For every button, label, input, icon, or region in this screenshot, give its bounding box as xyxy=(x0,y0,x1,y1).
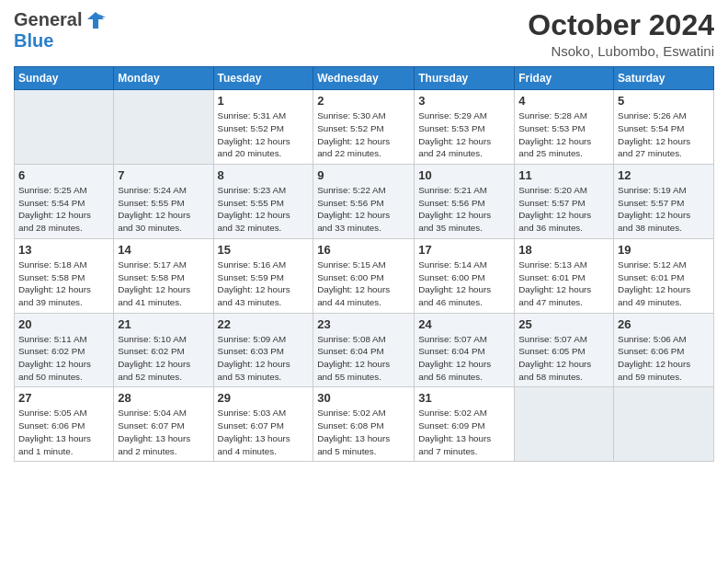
day-number: 31 xyxy=(418,391,510,405)
day-info: Sunrise: 5:18 AM Sunset: 5:58 PM Dayligh… xyxy=(18,259,109,309)
calendar-cell: 18Sunrise: 5:13 AM Sunset: 6:01 PM Dayli… xyxy=(515,238,614,313)
day-info: Sunrise: 5:31 AM Sunset: 5:52 PM Dayligh… xyxy=(218,109,310,160)
day-info: Sunrise: 5:15 AM Sunset: 6:00 PM Dayligh… xyxy=(317,259,410,309)
calendar-cell: 12Sunrise: 5:19 AM Sunset: 5:57 PM Dayli… xyxy=(614,165,714,239)
day-info: Sunrise: 5:06 AM Sunset: 6:06 PM Dayligh… xyxy=(618,333,710,384)
day-number: 22 xyxy=(218,317,310,331)
calendar-cell: 1Sunrise: 5:31 AM Sunset: 5:52 PM Daylig… xyxy=(213,90,313,165)
day-info: Sunrise: 5:07 AM Sunset: 6:04 PM Dayligh… xyxy=(418,333,510,384)
day-info: Sunrise: 5:05 AM Sunset: 6:06 PM Dayligh… xyxy=(18,407,109,457)
calendar-cell xyxy=(114,90,213,165)
day-number: 9 xyxy=(317,168,410,182)
day-info: Sunrise: 5:14 AM Sunset: 6:00 PM Dayligh… xyxy=(418,259,510,309)
calendar-cell: 27Sunrise: 5:05 AM Sunset: 6:06 PM Dayli… xyxy=(15,387,114,462)
day-info: Sunrise: 5:02 AM Sunset: 6:09 PM Dayligh… xyxy=(418,407,510,457)
day-number: 10 xyxy=(418,168,510,182)
calendar-cell: 23Sunrise: 5:08 AM Sunset: 6:04 PM Dayli… xyxy=(313,313,415,387)
calendar-week-row: 13Sunrise: 5:18 AM Sunset: 5:58 PM Dayli… xyxy=(15,238,714,313)
calendar-table: SundayMondayTuesdayWednesdayThursdayFrid… xyxy=(14,66,714,462)
day-number: 14 xyxy=(118,243,209,257)
calendar-week-row: 1Sunrise: 5:31 AM Sunset: 5:52 PM Daylig… xyxy=(15,90,714,165)
calendar-week-row: 20Sunrise: 5:11 AM Sunset: 6:02 PM Dayli… xyxy=(15,313,714,387)
calendar-cell xyxy=(15,90,114,165)
day-info: Sunrise: 5:22 AM Sunset: 5:56 PM Dayligh… xyxy=(317,184,410,235)
day-number: 19 xyxy=(618,243,710,257)
logo-bird-icon xyxy=(85,10,106,30)
calendar-cell: 2Sunrise: 5:30 AM Sunset: 5:52 PM Daylig… xyxy=(313,90,415,165)
day-number: 26 xyxy=(618,317,710,331)
calendar-cell: 8Sunrise: 5:23 AM Sunset: 5:55 PM Daylig… xyxy=(213,165,313,239)
day-number: 11 xyxy=(518,168,609,182)
day-info: Sunrise: 5:08 AM Sunset: 6:04 PM Dayligh… xyxy=(317,333,410,384)
calendar-cell: 17Sunrise: 5:14 AM Sunset: 6:00 PM Dayli… xyxy=(415,238,515,313)
weekday-header-saturday: Saturday xyxy=(614,67,714,90)
calendar-cell: 6Sunrise: 5:25 AM Sunset: 5:54 PM Daylig… xyxy=(15,165,114,239)
logo-general-text: General xyxy=(14,9,82,30)
day-info: Sunrise: 5:10 AM Sunset: 6:02 PM Dayligh… xyxy=(118,333,209,384)
day-info: Sunrise: 5:17 AM Sunset: 5:58 PM Dayligh… xyxy=(118,259,209,309)
day-info: Sunrise: 5:20 AM Sunset: 5:57 PM Dayligh… xyxy=(518,184,609,235)
weekday-header-tuesday: Tuesday xyxy=(213,67,313,90)
calendar-cell: 15Sunrise: 5:16 AM Sunset: 5:59 PM Dayli… xyxy=(213,238,313,313)
day-number: 13 xyxy=(18,243,109,257)
day-number: 29 xyxy=(218,391,310,405)
day-number: 24 xyxy=(418,317,510,331)
weekday-header-monday: Monday xyxy=(114,67,213,90)
calendar-cell xyxy=(515,387,614,462)
calendar-cell: 7Sunrise: 5:24 AM Sunset: 5:55 PM Daylig… xyxy=(114,165,213,239)
day-info: Sunrise: 5:07 AM Sunset: 6:05 PM Dayligh… xyxy=(518,333,609,384)
weekday-header-friday: Friday xyxy=(515,67,614,90)
day-number: 21 xyxy=(118,317,209,331)
day-number: 7 xyxy=(118,168,209,182)
title-section: October 2024 Nsoko, Lubombo, Eswatini xyxy=(528,9,714,59)
calendar-cell: 21Sunrise: 5:10 AM Sunset: 6:02 PM Dayli… xyxy=(114,313,213,387)
calendar-cell: 10Sunrise: 5:21 AM Sunset: 5:56 PM Dayli… xyxy=(415,165,515,239)
day-info: Sunrise: 5:19 AM Sunset: 5:57 PM Dayligh… xyxy=(618,184,710,235)
day-info: Sunrise: 5:03 AM Sunset: 6:07 PM Dayligh… xyxy=(218,407,310,457)
day-number: 20 xyxy=(18,317,109,331)
day-info: Sunrise: 5:13 AM Sunset: 6:01 PM Dayligh… xyxy=(518,259,609,309)
day-number: 28 xyxy=(118,391,209,405)
day-number: 6 xyxy=(18,168,109,182)
calendar-cell: 4Sunrise: 5:28 AM Sunset: 5:53 PM Daylig… xyxy=(515,90,614,165)
day-number: 27 xyxy=(18,391,109,405)
weekday-header-sunday: Sunday xyxy=(15,67,114,90)
calendar-cell: 20Sunrise: 5:11 AM Sunset: 6:02 PM Dayli… xyxy=(15,313,114,387)
calendar-cell: 9Sunrise: 5:22 AM Sunset: 5:56 PM Daylig… xyxy=(313,165,415,239)
day-info: Sunrise: 5:11 AM Sunset: 6:02 PM Dayligh… xyxy=(18,333,109,384)
day-number: 3 xyxy=(418,94,510,108)
calendar-cell: 28Sunrise: 5:04 AM Sunset: 6:07 PM Dayli… xyxy=(114,387,213,462)
day-info: Sunrise: 5:30 AM Sunset: 5:52 PM Dayligh… xyxy=(317,109,410,160)
day-info: Sunrise: 5:29 AM Sunset: 5:53 PM Dayligh… xyxy=(418,109,510,160)
calendar-cell: 14Sunrise: 5:17 AM Sunset: 5:58 PM Dayli… xyxy=(114,238,213,313)
calendar-cell: 31Sunrise: 5:02 AM Sunset: 6:09 PM Dayli… xyxy=(415,387,515,462)
day-number: 25 xyxy=(518,317,609,331)
day-number: 15 xyxy=(218,243,310,257)
calendar-week-row: 27Sunrise: 5:05 AM Sunset: 6:06 PM Dayli… xyxy=(15,387,714,462)
day-info: Sunrise: 5:02 AM Sunset: 6:08 PM Dayligh… xyxy=(317,407,410,457)
calendar-cell: 3Sunrise: 5:29 AM Sunset: 5:53 PM Daylig… xyxy=(415,90,515,165)
calendar-week-row: 6Sunrise: 5:25 AM Sunset: 5:54 PM Daylig… xyxy=(15,165,714,239)
calendar-cell: 24Sunrise: 5:07 AM Sunset: 6:04 PM Dayli… xyxy=(415,313,515,387)
calendar-cell: 26Sunrise: 5:06 AM Sunset: 6:06 PM Dayli… xyxy=(614,313,714,387)
weekday-header-row: SundayMondayTuesdayWednesdayThursdayFrid… xyxy=(15,67,714,90)
day-number: 4 xyxy=(518,94,609,108)
location-title: Nsoko, Lubombo, Eswatini xyxy=(528,43,714,59)
day-number: 17 xyxy=(418,243,510,257)
calendar-cell: 22Sunrise: 5:09 AM Sunset: 6:03 PM Dayli… xyxy=(213,313,313,387)
page-header: General Blue October 2024 Nsoko, Lubombo… xyxy=(14,9,714,59)
day-info: Sunrise: 5:12 AM Sunset: 6:01 PM Dayligh… xyxy=(618,259,710,309)
calendar-cell: 25Sunrise: 5:07 AM Sunset: 6:05 PM Dayli… xyxy=(515,313,614,387)
day-info: Sunrise: 5:04 AM Sunset: 6:07 PM Dayligh… xyxy=(118,407,209,457)
day-info: Sunrise: 5:28 AM Sunset: 5:53 PM Dayligh… xyxy=(518,109,609,160)
calendar-cell: 19Sunrise: 5:12 AM Sunset: 6:01 PM Dayli… xyxy=(614,238,714,313)
calendar-cell: 13Sunrise: 5:18 AM Sunset: 5:58 PM Dayli… xyxy=(15,238,114,313)
day-info: Sunrise: 5:25 AM Sunset: 5:54 PM Dayligh… xyxy=(18,184,109,235)
weekday-header-thursday: Thursday xyxy=(415,67,515,90)
day-info: Sunrise: 5:16 AM Sunset: 5:59 PM Dayligh… xyxy=(218,259,310,309)
calendar-cell: 29Sunrise: 5:03 AM Sunset: 6:07 PM Dayli… xyxy=(213,387,313,462)
day-number: 2 xyxy=(317,94,410,108)
day-number: 18 xyxy=(518,243,609,257)
logo: General Blue xyxy=(14,9,106,52)
day-info: Sunrise: 5:23 AM Sunset: 5:55 PM Dayligh… xyxy=(218,184,310,235)
